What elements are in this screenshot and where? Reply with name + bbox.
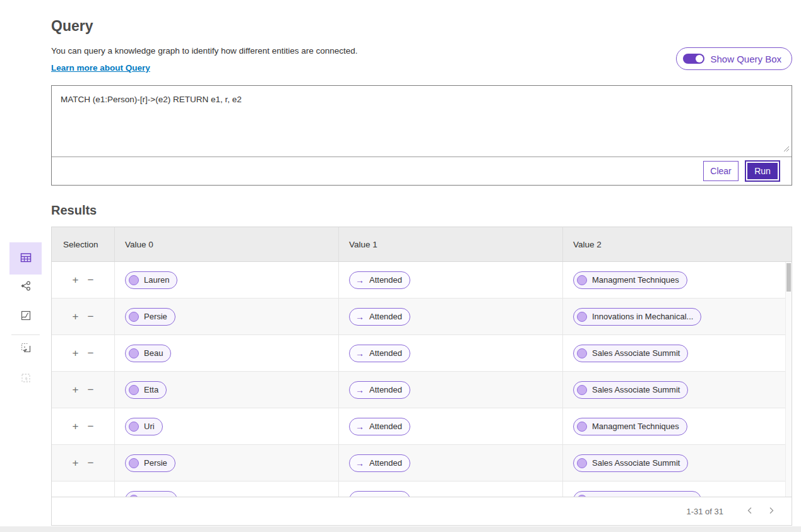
clear-button[interactable]: Clear [703,161,739,181]
value2-cell: Innovations in Mechanical... [562,482,792,497]
entity-chip[interactable]: Persie [125,308,175,326]
relationship-arrow-icon: → [355,495,364,497]
entity-label: Sales Associate Summit [592,385,680,394]
entity-chip[interactable]: Lauren [125,491,177,497]
selection-cell: + − [52,408,114,444]
entity-label: Managment Techniques [592,422,679,431]
table-scrollbar[interactable] [785,262,792,497]
new-map-button[interactable] [9,333,42,365]
value0-cell: Lauren [114,262,338,298]
table-body: + − Lauren → Attended Managment Techniqu… [52,262,792,497]
selection-tool-icon [20,372,32,386]
entity-chip[interactable]: Beau [125,345,171,362]
entity-label: Persie [144,458,167,468]
relationship-chip[interactable]: → Attended [349,381,410,399]
selection-cell: + − [52,299,114,334]
entity-chip[interactable]: Managment Techniques [573,271,687,289]
selection-cell: + − [52,262,114,298]
value0-cell: Beau [114,335,338,371]
entity-node-icon [577,348,587,358]
table-view-button[interactable] [9,242,42,275]
map-view-icon [20,310,32,324]
query-input[interactable]: MATCH (e1:Person)-[r]->(e2) RETURN e1, r… [52,86,792,157]
entity-node-icon [577,422,587,432]
value1-cell: → Attended [338,299,562,334]
selection-cell: + − [52,335,114,371]
map-view-button[interactable] [9,301,42,333]
relationship-label: Attended [369,275,402,285]
entity-chip[interactable]: Innovations in Mechanical... [573,308,701,326]
table-row: + − Uri → Attended Managment Techniques [52,408,792,445]
page-bottom-scrollbar[interactable] [0,526,801,532]
entity-chip[interactable]: Sales Associate Summit [573,454,688,472]
next-page-button[interactable] [766,506,776,516]
entity-node-icon [577,385,587,395]
remove-from-selection-button[interactable]: − [88,458,94,468]
table-row: + − Etta → Attended Sales Associate Summ… [52,372,792,408]
entity-label: Etta [144,385,158,394]
relationship-chip[interactable]: → Attended [349,418,410,435]
value1-cell: → Attended [338,482,562,497]
link-chart-view-icon [20,280,32,294]
resize-handle-icon[interactable] [782,143,790,155]
entity-label: Innovations in Mechanical... [592,495,693,497]
entity-node-icon [129,385,139,395]
link-chart-view-button[interactable] [9,271,42,303]
relationship-label: Attended [369,422,402,431]
entity-chip[interactable]: Sales Associate Summit [573,381,688,399]
entity-label: Uri [144,422,155,431]
learn-more-link[interactable]: Learn more about Query [51,63,150,73]
value2-cell: Sales Associate Summit [562,335,792,371]
table-row: + − Lauren → Attended Innovations in Mec… [52,482,792,497]
chevron-right-icon [767,506,776,517]
remove-from-selection-button[interactable]: − [88,311,94,322]
entity-node-icon [129,458,139,468]
relationship-chip[interactable]: → Attended [349,491,410,497]
add-to-selection-button[interactable]: + [73,494,79,497]
relationship-chip[interactable]: → Attended [349,308,410,326]
relationship-chip[interactable]: → Attended [349,454,410,472]
add-to-selection-button[interactable]: + [73,458,79,468]
entity-chip[interactable]: Persie [125,454,175,472]
value2-cell: Managment Techniques [562,262,792,298]
value1-cell: → Attended [338,445,562,481]
value0-cell: Persie [114,445,338,481]
column-header-value1: Value 1 [338,227,562,261]
entity-label: Lauren [144,275,169,285]
entity-chip[interactable]: Lauren [125,271,177,289]
add-to-selection-button[interactable]: + [73,275,79,285]
table-row: + − Beau → Attended Sales Associate Summ… [52,335,792,372]
add-to-selection-button[interactable]: + [73,421,79,432]
pagination-label: 1-31 of 31 [686,507,723,516]
prev-page-button[interactable] [745,506,755,516]
table-row: + − Persie → Attended Sales Associate Su… [52,445,792,482]
remove-from-selection-button[interactable]: − [88,494,94,497]
add-to-selection-button[interactable]: + [73,384,79,395]
switch-on-icon [683,54,704,64]
add-to-selection-button[interactable]: + [73,311,79,322]
entity-node-icon [129,275,139,285]
entity-chip[interactable]: Innovations in Mechanical... [573,491,701,497]
entity-label: Lauren [144,495,169,497]
entity-chip[interactable]: Etta [125,381,167,399]
show-query-box-toggle[interactable]: Show Query Box [676,47,792,70]
relationship-arrow-icon: → [355,385,364,395]
remove-from-selection-button[interactable]: − [88,275,94,285]
entity-chip[interactable]: Sales Associate Summit [573,345,688,362]
entity-node-icon [577,495,587,497]
entity-chip[interactable]: Uri [125,418,163,435]
query-actions: Clear Run [52,157,792,185]
relationship-chip[interactable]: → Attended [349,345,410,362]
value2-cell: Innovations in Mechanical... [562,299,792,334]
run-button[interactable]: Run [746,162,779,180]
table-row: + − Persie → Attended Innovations in Mec… [52,299,792,335]
relationship-chip[interactable]: → Attended [349,271,410,289]
remove-from-selection-button[interactable]: − [88,348,94,358]
add-to-selection-button[interactable]: + [73,348,79,358]
entity-chip[interactable]: Managment Techniques [573,418,687,435]
remove-from-selection-button[interactable]: − [88,421,94,432]
remove-from-selection-button[interactable]: − [88,384,94,395]
scrollbar-thumb[interactable] [786,263,791,292]
value0-cell: Etta [114,372,338,408]
column-header-selection: Selection [52,240,114,249]
